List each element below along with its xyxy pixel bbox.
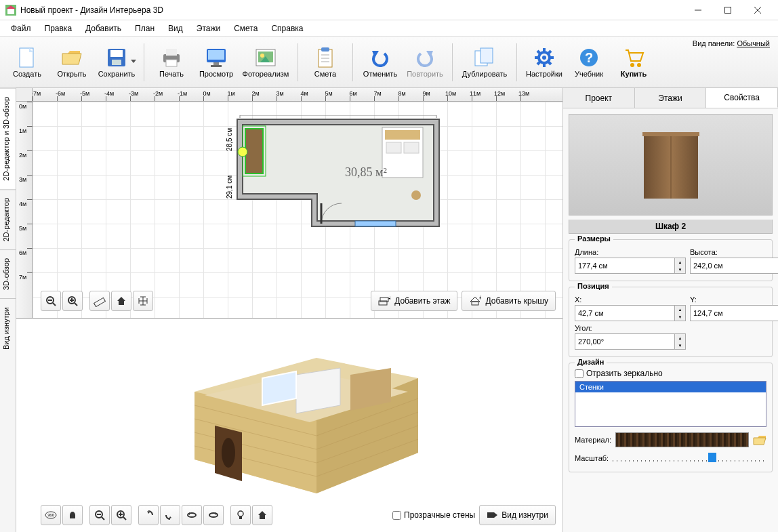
duplicate-icon: [474, 47, 495, 68]
save-button[interactable]: Сохранить: [95, 40, 138, 85]
menu-add[interactable]: Добавить: [80, 22, 127, 35]
zoom-out-3d-button[interactable]: [89, 505, 110, 525]
svg-rect-17: [208, 50, 224, 60]
svg-point-45: [630, 63, 634, 67]
parts-listbox[interactable]: Стенки: [575, 381, 766, 427]
right-panel: Проект Этажи Свойства Шкаф 2 Размеры Дли…: [562, 88, 778, 532]
svg-text:360: 360: [47, 513, 55, 517]
cart-icon: [623, 47, 644, 68]
menu-floors[interactable]: Этажи: [191, 22, 226, 35]
light-button[interactable]: [230, 505, 251, 525]
rotate360-button[interactable]: 360: [41, 505, 61, 525]
tilt-down-button[interactable]: [160, 505, 180, 525]
menu-view[interactable]: Вид: [163, 22, 188, 35]
height-input[interactable]: ▲▼: [690, 258, 778, 274]
svg-rect-25: [321, 47, 329, 52]
home-3d-button[interactable]: [252, 505, 272, 525]
workspace: 2D-редактор и 3D-обзор 2D-редактор 3D-об…: [0, 88, 778, 532]
svg-point-113: [238, 511, 243, 516]
create-button[interactable]: Создать: [5, 40, 49, 85]
side-tab-2d[interactable]: 2D-редактор: [0, 189, 16, 249]
photorealism-button[interactable]: Фотореализм: [239, 40, 292, 85]
buy-button[interactable]: Купить: [612, 40, 655, 85]
zoom-in-button[interactable]: [62, 291, 83, 311]
y-input[interactable]: ▲▼: [690, 305, 778, 321]
svg-line-42: [537, 62, 540, 64]
home-button[interactable]: [111, 291, 131, 311]
menu-file[interactable]: Файл: [5, 22, 37, 35]
panel-mode-link[interactable]: Обычный: [737, 39, 770, 47]
add-floor-button[interactable]: +Добавить этаж: [371, 291, 457, 311]
tilt-up-button[interactable]: [138, 505, 159, 525]
redo-icon: [414, 47, 436, 68]
preview-button[interactable]: Просмотр: [194, 40, 238, 85]
undo-icon: [369, 47, 391, 68]
properties-body: Шкаф 2 Размеры Длина:▲▼ Высота:▲▼ Глубин…: [563, 108, 778, 532]
room-area: 30,85 м²: [345, 165, 387, 179]
svg-rect-18: [213, 62, 219, 65]
print-button[interactable]: Печать: [150, 40, 193, 85]
svg-rect-1: [7, 9, 14, 14]
zoom-out-button[interactable]: [41, 291, 61, 311]
settings-button[interactable]: Настройки: [523, 40, 566, 85]
side-tabs: 2D-редактор и 3D-обзор 2D-редактор 3D-об…: [0, 88, 16, 532]
add-roof-button[interactable]: +Добавить крышу: [462, 291, 556, 311]
duplicate-button[interactable]: Дублировать: [458, 40, 511, 85]
menu-plan[interactable]: План: [129, 22, 160, 35]
maximize-button[interactable]: [713, 1, 743, 20]
svg-point-34: [542, 56, 546, 60]
view-3d[interactable]: 360 Прозрачные стены Вид изнутри: [16, 319, 562, 532]
svg-rect-116: [487, 512, 494, 518]
estimate-button[interactable]: Смета: [304, 40, 347, 85]
svg-rect-32: [480, 48, 493, 63]
menu-estimate[interactable]: Смета: [228, 22, 263, 35]
plan-view[interactable]: -7м-6м-5м-4м-3м-2м-1м0м1м2м3м4м5м6м7м8м9…: [16, 88, 562, 319]
side-tab-inside[interactable]: Вид изнутри: [0, 298, 16, 358]
angle-input[interactable]: ▲▼: [575, 333, 686, 350]
svg-line-41: [548, 51, 551, 54]
ruler-vertical: 0м1м2м3м4м5м6м7м: [16, 102, 33, 318]
close-button[interactable]: [743, 1, 773, 20]
rotate-left-button[interactable]: [182, 505, 202, 525]
redo-button[interactable]: Повторить: [403, 40, 447, 85]
picture-icon: [255, 47, 277, 68]
tutorial-button[interactable]: ?Учебник: [567, 40, 611, 85]
sizes-fieldset: Размеры Длина:▲▼ Высота:▲▼ Глубина:▲▼: [569, 239, 773, 281]
tab-floors[interactable]: Этажи: [635, 88, 707, 108]
inside-view-button[interactable]: Вид изнутри: [479, 505, 556, 525]
zoom-in-3d-button[interactable]: [111, 505, 131, 525]
clipboard-icon: [314, 47, 336, 68]
ruler-button[interactable]: [89, 291, 110, 311]
x-input[interactable]: ▲▼: [575, 305, 686, 321]
browse-material-button[interactable]: [753, 434, 766, 445]
svg-rect-114: [239, 516, 242, 519]
menu-help[interactable]: Справка: [266, 22, 308, 35]
transparent-walls-checkbox[interactable]: Прозрачные стены: [392, 510, 475, 520]
tab-project[interactable]: Проект: [563, 88, 635, 108]
length-input[interactable]: ▲▼: [575, 258, 686, 274]
svg-line-101: [102, 517, 104, 520]
list-item[interactable]: Стенки: [575, 382, 766, 392]
grid-snap-button[interactable]: [133, 291, 153, 311]
dim-label-2: 29,1 см: [226, 176, 233, 199]
toolbar: Вид панели: Обычный Создать Открыть Сохр…: [0, 37, 778, 88]
floppy-icon: [106, 47, 127, 68]
side-tab-3d[interactable]: 3D-обзор: [0, 249, 16, 298]
pan-button[interactable]: [62, 505, 83, 525]
menu-edit[interactable]: Правка: [39, 22, 78, 35]
side-tab-2d3d[interactable]: 2D-редактор и 3D-обзор: [0, 88, 16, 189]
scale-slider[interactable]: [613, 451, 766, 465]
svg-rect-56: [404, 142, 419, 153]
svg-marker-12: [131, 60, 136, 63]
panel-mode: Вид панели: Обычный: [693, 39, 770, 47]
minimize-button[interactable]: [683, 1, 713, 20]
view3d-controls-right: Прозрачные стены Вид изнутри: [392, 505, 556, 525]
mirror-checkbox[interactable]: Отразить зеркально: [575, 369, 766, 378]
tab-properties[interactable]: Свойства: [706, 88, 778, 108]
open-button[interactable]: Открыть: [50, 40, 94, 85]
undo-button[interactable]: Отменить: [359, 40, 402, 85]
svg-rect-50: [245, 129, 263, 173]
svg-text:+: +: [388, 295, 390, 302]
rotate-right-button[interactable]: [203, 505, 224, 525]
material-swatch[interactable]: [615, 432, 749, 447]
